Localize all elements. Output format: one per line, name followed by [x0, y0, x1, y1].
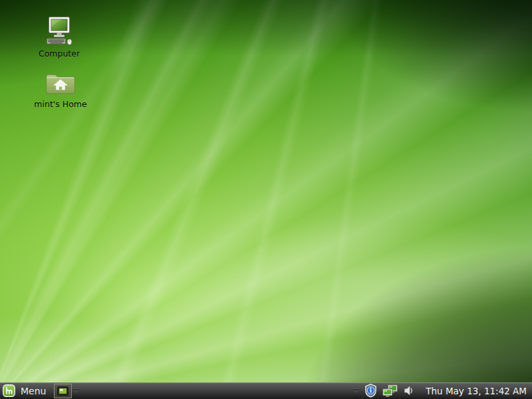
volume-speaker-icon[interactable] [404, 385, 415, 396]
taskbar: Menu [0, 382, 532, 399]
wallpaper [0, 0, 532, 399]
system-tray [360, 384, 419, 398]
show-desktop-button[interactable] [54, 384, 72, 398]
menu-label: Menu [21, 386, 46, 396]
desktop-screen: Computer mint's Home [0, 0, 532, 399]
computer-monitor-icon [44, 16, 74, 47]
desktop-icon-label: mint's Home [34, 100, 86, 109]
linux-mint-logo-icon [3, 384, 15, 397]
show-desktop-icon [57, 386, 68, 396]
tray-grip-handle[interactable] [354, 387, 358, 395]
clock[interactable]: Thu May 13, 11:42 AM [419, 386, 532, 396]
home-folder-icon [45, 70, 76, 97]
desktop-icon-label: Computer [39, 49, 80, 59]
desktop-icon-computer[interactable]: Computer [27, 16, 91, 59]
update-manager-shield-icon[interactable] [364, 384, 377, 398]
menu-button[interactable]: Menu [0, 382, 50, 399]
desktop-icon-mints-home[interactable]: mint's Home [29, 70, 92, 109]
network-computers-icon[interactable] [382, 384, 398, 398]
panel-grip-handle[interactable] [74, 387, 78, 395]
